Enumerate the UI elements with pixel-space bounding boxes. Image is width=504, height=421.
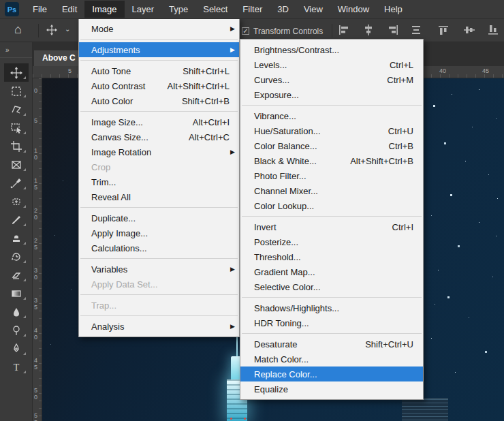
menubar-file[interactable]: File (25, 1, 54, 18)
menu-item-analysis[interactable]: Analysis (79, 319, 239, 334)
menubar-view[interactable]: View (296, 1, 330, 18)
menu-item-replace-color[interactable]: Replace Color... (240, 367, 423, 381)
menu-item-desaturate[interactable]: DesaturateShift+Ctrl+U (240, 337, 423, 352)
ruler-label: 15 (34, 177, 40, 191)
image-menu: Mode Adjustments Auto ToneShift+Ctrl+L A… (78, 18, 240, 337)
menu-item-gradient-map[interactable]: Gradient Map... (240, 264, 423, 279)
menu-item-color-balance[interactable]: Color Balance...Ctrl+B (240, 138, 423, 153)
ruler-label: 50 (34, 387, 40, 401)
menubar-help[interactable]: Help (377, 1, 410, 18)
collapse-panel-icon[interactable]: » (0, 42, 32, 58)
menu-item-shadows-highlights[interactable]: Shadows/Highlights... (240, 300, 423, 315)
menu-item-brightness-contrast[interactable]: Brightness/Contrast... (240, 42, 423, 57)
menu-item-apply-image[interactable]: Apply Image... (79, 225, 239, 240)
adjustments-submenu: Brightness/Contrast... Levels...Ctrl+L C… (240, 39, 424, 400)
tower-red-light (230, 418, 232, 420)
align-middle-icon[interactable] (464, 25, 476, 38)
gradient-tool[interactable] (4, 284, 29, 302)
menu-item-canvas-size[interactable]: Canvas Size...Alt+Ctrl+C (79, 129, 239, 144)
menubar-filter[interactable]: Filter (235, 1, 270, 18)
menu-item-image-rotation[interactable]: Image Rotation (79, 144, 239, 159)
menu-item-equalize[interactable]: Equalize (240, 381, 423, 396)
spot-healing-brush-tool[interactable] (4, 192, 29, 210)
menu-item-hdr-toning[interactable]: HDR Toning... (240, 315, 423, 330)
menu-item-auto-contrast[interactable]: Auto ContrastAlt+Shift+Ctrl+L (79, 78, 239, 93)
menu-item-adjustments[interactable]: Adjustments (79, 42, 239, 57)
transform-controls-label[interactable]: Transform Controls (253, 27, 323, 36)
ruler-label: 20 (34, 207, 40, 221)
menu-item-exposure[interactable]: Exposure... (240, 87, 423, 102)
separator (332, 24, 332, 37)
home-icon[interactable]: ⌂ (14, 22, 22, 37)
building-silhouette (402, 398, 448, 421)
ruler-label: 5 (34, 117, 40, 124)
blur-tool[interactable] (4, 302, 29, 321)
menubar-type[interactable]: Type (161, 1, 195, 18)
align-left-icon[interactable] (338, 25, 350, 38)
menu-item-trim[interactable]: Trim... (79, 174, 239, 189)
transform-controls-checkbox[interactable]: ✓ (242, 27, 249, 35)
menu-item-hue-saturation[interactable]: Hue/Saturation...Ctrl+U (240, 123, 423, 138)
ruler-label: 45 (482, 67, 489, 74)
ruler-label: 40 (439, 67, 446, 74)
distribute-icon[interactable] (410, 25, 422, 38)
menu-separator (80, 315, 238, 316)
menu-item-invert[interactable]: InvertCtrl+I (240, 219, 423, 234)
menu-item-photo-filter[interactable]: Photo Filter... (240, 168, 423, 183)
tower-red-light (244, 418, 246, 420)
menu-item-calculations[interactable]: Calculations... (79, 240, 239, 255)
align-top-icon[interactable] (438, 25, 450, 38)
pen-tool[interactable] (4, 339, 29, 358)
menu-item-match-color[interactable]: Match Color... (240, 352, 423, 367)
menu-item-channel-mixer[interactable]: Channel Mixer... (240, 183, 423, 198)
menu-separator (242, 216, 422, 217)
type-tool[interactable]: T (4, 358, 29, 376)
vertical-ruler[interactable]: 0 5 10 15 20 25 30 35 40 45 50 55 (33, 78, 42, 421)
eyedropper-tool[interactable] (4, 174, 29, 192)
frame-tool[interactable] (4, 155, 29, 174)
history-brush-tool[interactable] (4, 247, 29, 266)
menu-item-mode[interactable]: Mode (79, 21, 239, 36)
menu-item-vibrance[interactable]: Vibrance... (240, 108, 423, 123)
align-bottom-icon[interactable] (488, 25, 500, 38)
menubar-window[interactable]: Window (330, 1, 377, 18)
menubar-image[interactable]: Image (84, 1, 124, 18)
menu-separator (80, 294, 238, 295)
menubar-3d[interactable]: 3D (270, 1, 296, 18)
menu-item-variables[interactable]: Variables (79, 262, 239, 277)
brush-tool[interactable] (4, 210, 29, 229)
menu-item-reveal-all[interactable]: Reveal All (79, 189, 239, 204)
move-tool[interactable] (4, 63, 29, 82)
lasso-tool[interactable] (4, 100, 29, 119)
menu-item-curves[interactable]: Curves...Ctrl+M (240, 72, 423, 87)
object-selection-tool[interactable] (4, 119, 29, 137)
menu-separator (242, 297, 422, 298)
dodge-tool[interactable] (4, 321, 29, 339)
menu-item-image-size[interactable]: Image Size...Alt+Ctrl+I (79, 114, 239, 129)
menu-item-posterize[interactable]: Posterize... (240, 234, 423, 249)
move-tool-icon (46, 25, 57, 38)
menu-separator (80, 207, 238, 208)
menu-item-auto-tone[interactable]: Auto ToneShift+Ctrl+L (79, 63, 239, 78)
menubar-edit[interactable]: Edit (54, 1, 84, 18)
menu-item-duplicate[interactable]: Duplicate... (79, 210, 239, 225)
ruler-label: 10 (34, 147, 40, 161)
rectangular-marquee-tool[interactable] (4, 82, 29, 100)
clone-stamp-tool[interactable] (4, 229, 29, 247)
eraser-tool[interactable] (4, 266, 29, 284)
menubar-select[interactable]: Select (195, 1, 235, 18)
menu-item-black-white[interactable]: Black & White...Alt+Shift+Ctrl+B (240, 153, 423, 168)
align-center-h-icon[interactable] (362, 25, 375, 38)
menubar-layer[interactable]: Layer (125, 1, 162, 18)
menu-item-selective-color[interactable]: Selective Color... (240, 279, 423, 294)
crop-tool[interactable] (4, 137, 29, 155)
ruler-label: 45 (34, 357, 40, 371)
align-right-icon[interactable] (387, 25, 399, 38)
ruler-label: 0 (34, 87, 40, 94)
menu-item-color-lookup[interactable]: Color Lookup... (240, 198, 423, 213)
svg-text:T: T (13, 362, 19, 373)
caret-down-icon[interactable]: ⌄ (65, 25, 70, 33)
menu-item-levels[interactable]: Levels...Ctrl+L (240, 57, 423, 72)
menu-item-auto-color[interactable]: Auto ColorShift+Ctrl+B (79, 93, 239, 108)
menu-item-threshold[interactable]: Threshold... (240, 249, 423, 264)
